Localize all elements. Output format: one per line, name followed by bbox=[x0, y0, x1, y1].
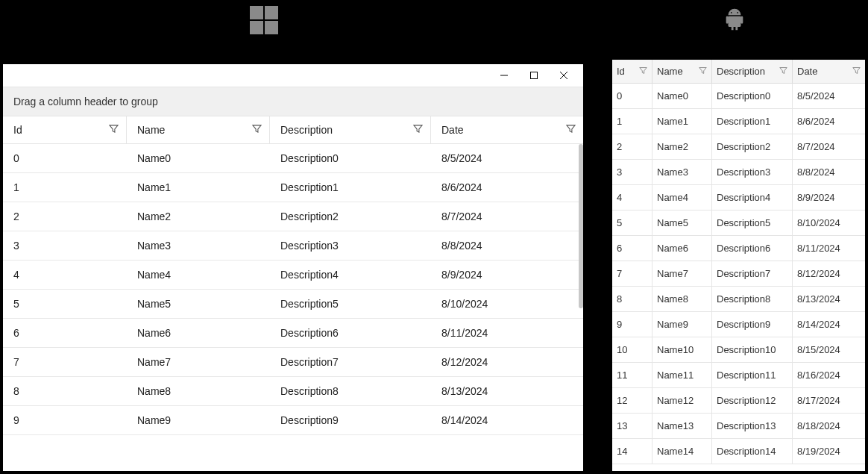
cell-desc: Description7 bbox=[270, 348, 431, 376]
cell-name: Name7 bbox=[127, 348, 270, 376]
table-row[interactable]: 8Name8Description88/13/2024 bbox=[612, 287, 865, 312]
table-row[interactable]: 6Name6Description68/11/2024 bbox=[3, 319, 583, 348]
table-row[interactable]: 4Name4Description48/9/2024 bbox=[3, 261, 583, 290]
table-row[interactable]: 13Name13Description138/18/2024 bbox=[612, 414, 865, 439]
minimize-button[interactable] bbox=[489, 65, 519, 86]
cell-id: 1 bbox=[612, 109, 652, 134]
filter-icon[interactable] bbox=[413, 124, 423, 136]
table-row[interactable]: 4Name4Description48/9/2024 bbox=[612, 185, 865, 211]
table-row[interactable]: 10Name10Description108/15/2024 bbox=[612, 337, 865, 363]
cell-id: 3 bbox=[612, 160, 652, 184]
cell-desc: Description5 bbox=[712, 211, 793, 235]
cell-id: 1 bbox=[3, 173, 127, 202]
scrollbar-thumb[interactable] bbox=[579, 144, 583, 308]
filter-icon[interactable] bbox=[779, 66, 787, 77]
column-header-id[interactable]: Id bbox=[612, 60, 652, 83]
cell-desc: Description1 bbox=[712, 109, 793, 134]
table-row[interactable]: 9Name9Description98/14/2024 bbox=[612, 312, 865, 337]
table-row[interactable]: 9Name9Description98/14/2024 bbox=[3, 406, 583, 435]
filter-icon[interactable] bbox=[852, 66, 861, 77]
cell-date: 8/6/2024 bbox=[793, 109, 865, 134]
filter-icon[interactable] bbox=[566, 124, 576, 136]
filter-icon[interactable] bbox=[252, 124, 262, 136]
column-label: Date bbox=[441, 124, 464, 136]
cell-id: 6 bbox=[3, 319, 127, 347]
cell-name: Name1 bbox=[127, 173, 270, 202]
cell-name: Name7 bbox=[652, 261, 712, 286]
column-header-description[interactable]: Description bbox=[270, 116, 431, 143]
cell-name: Name14 bbox=[652, 439, 712, 464]
cell-id: 0 bbox=[612, 84, 652, 108]
table-row[interactable]: 2Name2Description28/7/2024 bbox=[612, 134, 865, 160]
cell-date: 8/8/2024 bbox=[793, 160, 865, 184]
table-row[interactable]: 2Name2Description28/7/2024 bbox=[3, 202, 583, 231]
cell-name: Name6 bbox=[127, 319, 270, 347]
cell-id: 9 bbox=[3, 406, 127, 434]
grid-body[interactable]: 0Name0Description08/5/20241Name1Descript… bbox=[612, 84, 865, 464]
filter-icon[interactable] bbox=[699, 66, 707, 77]
cell-name: Name11 bbox=[652, 363, 712, 387]
cell-desc: Description11 bbox=[712, 363, 793, 387]
table-row[interactable]: 11Name11Description118/16/2024 bbox=[612, 363, 865, 388]
filter-icon[interactable] bbox=[109, 124, 119, 136]
column-label: Name bbox=[657, 66, 683, 77]
cell-name: Name8 bbox=[127, 377, 270, 405]
column-header-id[interactable]: Id bbox=[3, 116, 127, 143]
table-row[interactable]: 5Name5Description58/10/2024 bbox=[612, 211, 865, 236]
group-by-bar[interactable]: Drag a column header to group bbox=[3, 87, 583, 116]
table-row[interactable]: 3Name3Description38/8/2024 bbox=[612, 160, 865, 185]
cell-id: 14 bbox=[612, 439, 652, 464]
grid-header-row: Id Name Description Date bbox=[3, 116, 583, 144]
column-header-name[interactable]: Name bbox=[127, 116, 270, 143]
cell-desc: Description2 bbox=[270, 202, 431, 231]
cell-name: Name0 bbox=[652, 84, 712, 108]
table-row[interactable]: 7Name7Description78/12/2024 bbox=[3, 348, 583, 377]
cell-date: 8/18/2024 bbox=[793, 414, 865, 438]
cell-date: 8/16/2024 bbox=[793, 363, 865, 387]
cell-date: 8/12/2024 bbox=[793, 261, 865, 286]
cell-date: 8/10/2024 bbox=[431, 290, 583, 318]
cell-name: Name4 bbox=[127, 261, 270, 289]
maximize-button[interactable] bbox=[519, 65, 549, 86]
table-row[interactable]: 7Name7Description78/12/2024 bbox=[612, 261, 865, 287]
group-by-hint: Drag a column header to group bbox=[13, 96, 158, 107]
cell-id: 11 bbox=[612, 363, 652, 387]
column-header-description[interactable]: Description bbox=[712, 60, 793, 83]
filter-icon[interactable] bbox=[639, 66, 647, 77]
cell-desc: Description2 bbox=[712, 134, 793, 159]
cell-date: 8/15/2024 bbox=[793, 337, 865, 362]
cell-id: 8 bbox=[612, 287, 652, 311]
table-row[interactable]: 0Name0Description08/5/2024 bbox=[3, 144, 583, 173]
grid-header-row: Id Name Description Date bbox=[612, 60, 865, 84]
table-row[interactable]: 14Name14Description148/19/2024 bbox=[612, 439, 865, 464]
column-header-date[interactable]: Date bbox=[793, 60, 865, 83]
column-label: Description bbox=[717, 66, 765, 77]
table-row[interactable]: 1Name1Description18/6/2024 bbox=[612, 109, 865, 134]
table-row[interactable]: 3Name3Description38/8/2024 bbox=[3, 231, 583, 261]
window-titlebar bbox=[3, 64, 583, 87]
windows-app-window: Drag a column header to group Id Name De… bbox=[3, 64, 583, 471]
table-row[interactable]: 12Name12Description128/17/2024 bbox=[612, 388, 865, 414]
table-row[interactable]: 5Name5Description58/10/2024 bbox=[3, 290, 583, 319]
cell-name: Name6 bbox=[652, 236, 712, 261]
cell-id: 9 bbox=[612, 312, 652, 337]
cell-date: 8/11/2024 bbox=[431, 319, 583, 347]
column-header-date[interactable]: Date bbox=[431, 116, 583, 143]
cell-desc: Description7 bbox=[712, 261, 793, 286]
cell-desc: Description9 bbox=[270, 406, 431, 434]
table-row[interactable]: 0Name0Description08/5/2024 bbox=[612, 84, 865, 109]
cell-desc: Description1 bbox=[270, 173, 431, 202]
table-row[interactable]: 8Name8Description88/13/2024 bbox=[3, 377, 583, 406]
column-header-name[interactable]: Name bbox=[652, 60, 712, 83]
cell-date: 8/5/2024 bbox=[793, 84, 865, 108]
table-row[interactable]: 6Name6Description68/11/2024 bbox=[612, 236, 865, 261]
cell-desc: Description10 bbox=[712, 337, 793, 362]
close-button[interactable] bbox=[549, 65, 579, 86]
column-label: Id bbox=[617, 66, 625, 77]
svg-rect-1 bbox=[531, 72, 538, 79]
table-row[interactable]: 1Name1Description18/6/2024 bbox=[3, 173, 583, 202]
cell-date: 8/7/2024 bbox=[431, 202, 583, 231]
cell-id: 4 bbox=[612, 185, 652, 210]
grid-body[interactable]: 0Name0Description08/5/20241Name1Descript… bbox=[3, 144, 583, 469]
cell-name: Name10 bbox=[652, 337, 712, 362]
